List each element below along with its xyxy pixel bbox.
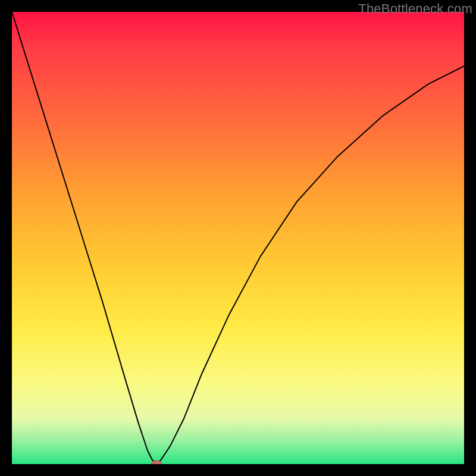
curve-layer [12, 12, 464, 464]
chart-area [12, 12, 464, 464]
watermark-text: TheBottleneck.com [358, 1, 472, 17]
bottleneck-curve [12, 12, 464, 464]
